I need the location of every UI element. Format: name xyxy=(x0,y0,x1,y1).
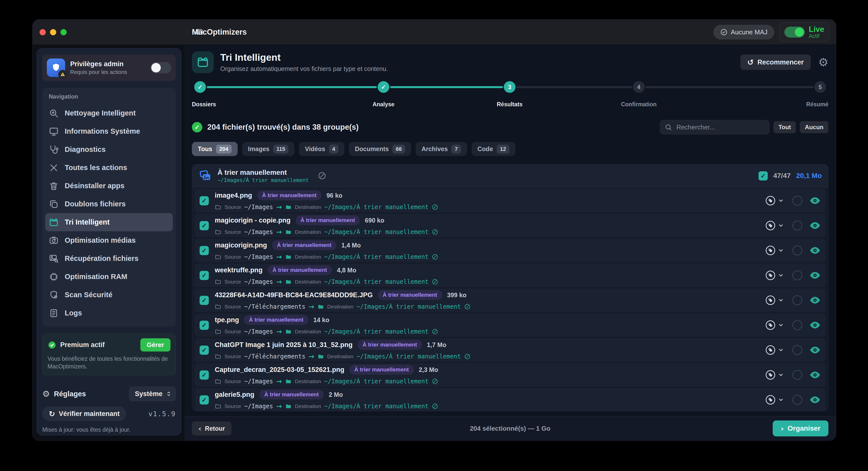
filter-count-badge: 66 xyxy=(393,145,405,154)
preview-eye-icon[interactable] xyxy=(809,195,821,206)
status-placeholder-icon[interactable] xyxy=(792,295,802,305)
sidebar-item-desinstaller-apps[interactable]: Désinstaller apps xyxy=(45,177,173,195)
sidebar-item-scan-securite[interactable]: Scan Sécurité xyxy=(45,286,173,304)
tag-dropdown-button[interactable] xyxy=(764,270,785,281)
exclude-file-icon[interactable] xyxy=(432,278,438,285)
tag-dropdown-button[interactable] xyxy=(764,195,785,206)
restart-button[interactable]: ↺ Recommencer xyxy=(740,55,811,70)
step-connector xyxy=(516,86,632,88)
select-all-button[interactable]: Tout xyxy=(773,121,796,133)
exclude-file-icon[interactable] xyxy=(432,204,438,210)
status-placeholder-icon[interactable] xyxy=(792,345,802,355)
file-actions xyxy=(764,394,821,406)
filter-chip-code[interactable]: Code12 xyxy=(472,142,516,156)
tag-dropdown-button[interactable] xyxy=(764,320,785,331)
file-category-badge: À trier manuellement xyxy=(244,315,308,325)
preview-eye-icon[interactable] xyxy=(809,245,821,256)
preview-eye-icon[interactable] xyxy=(809,394,821,406)
file-checkbox[interactable]: ✓ xyxy=(199,271,209,280)
tag-dropdown-button[interactable] xyxy=(764,220,785,231)
back-button[interactable]: ‹ Retour xyxy=(192,421,231,435)
admin-privileges-toggle[interactable] xyxy=(150,62,171,73)
sidebar-item-nettoyage-intelligent[interactable]: Nettoyage Intelligent xyxy=(45,104,173,122)
status-placeholder-icon[interactable] xyxy=(792,220,802,231)
system-select[interactable]: Système xyxy=(129,387,176,401)
step-1-circle: ✓ xyxy=(194,81,206,93)
tag-dropdown-button[interactable] xyxy=(764,394,785,405)
sidebar-item-recuperation-fichiers[interactable]: Récupération fichiers xyxy=(45,249,173,268)
exclude-file-icon[interactable] xyxy=(432,378,438,385)
status-placeholder-icon[interactable] xyxy=(792,395,802,405)
sidebar-item-toutes-les-actions[interactable]: Toutes les actions xyxy=(45,158,173,177)
file-category-badge: À trier manuellement xyxy=(358,340,422,350)
exclude-file-icon[interactable] xyxy=(464,353,471,360)
file-checkbox[interactable]: ✓ xyxy=(199,196,209,205)
tag-dropdown-button[interactable] xyxy=(764,370,785,380)
select-none-button[interactable]: Aucun xyxy=(800,121,829,133)
file-checkbox[interactable]: ✓ xyxy=(199,296,209,305)
admin-shield-icon xyxy=(47,59,65,77)
exclude-file-icon[interactable] xyxy=(432,403,438,410)
file-checkbox[interactable]: ✓ xyxy=(199,371,209,380)
tools-icon xyxy=(49,163,59,173)
preview-eye-icon[interactable] xyxy=(809,220,821,231)
filter-chip-images[interactable]: Images115 xyxy=(242,142,294,156)
folder-filled-icon xyxy=(285,229,292,235)
status-placeholder-icon[interactable] xyxy=(792,320,802,330)
chevron-down-icon xyxy=(778,198,784,204)
preview-eye-icon[interactable] xyxy=(809,294,821,306)
close-button[interactable] xyxy=(39,29,46,35)
filter-label: Tous xyxy=(198,145,212,153)
status-placeholder-icon[interactable] xyxy=(792,245,802,256)
preview-eye-icon[interactable] xyxy=(809,369,821,381)
file-actions xyxy=(764,220,821,231)
preview-eye-icon[interactable] xyxy=(809,270,821,281)
sidebar-item-optimisation-ram[interactable]: Optimisation RAM xyxy=(45,268,173,286)
tag-dropdown-button[interactable] xyxy=(764,295,785,306)
preview-eye-icon[interactable] xyxy=(809,344,821,356)
sidebar-item-tri-intelligent[interactable]: Tri Intelligent xyxy=(45,213,173,231)
sidebar-item-logs[interactable]: Logs xyxy=(45,304,173,322)
no-update-button[interactable]: Aucune MAJ xyxy=(713,25,774,39)
tag-dropdown-button[interactable] xyxy=(764,245,785,256)
file-checkbox[interactable]: ✓ xyxy=(199,246,209,255)
step-4-label: Confirmation xyxy=(621,101,656,108)
preview-eye-icon[interactable] xyxy=(809,319,821,331)
filter-chip-archives[interactable]: Archives7 xyxy=(415,142,467,156)
status-placeholder-icon[interactable] xyxy=(792,196,802,206)
settings-gear-icon[interactable]: ⚙ xyxy=(818,57,829,68)
source-path: ~/Téléchargements xyxy=(244,303,306,310)
tag-icon xyxy=(765,220,776,231)
filter-chip-documents[interactable]: Documents66 xyxy=(349,142,411,156)
check-updates-button[interactable]: ↻ Vérifier maintenant xyxy=(42,407,126,421)
sidebar-item-informations-systeme[interactable]: Informations Système xyxy=(45,122,173,140)
exclude-file-icon[interactable] xyxy=(432,328,438,335)
premium-card: Premium actif Gérer Vous bénéficiez de t… xyxy=(42,333,176,375)
minimize-button[interactable] xyxy=(50,29,56,35)
search-input[interactable] xyxy=(676,123,765,131)
exclude-file-icon[interactable] xyxy=(432,254,438,260)
status-placeholder-icon[interactable] xyxy=(792,370,802,380)
file-checkbox[interactable]: ✓ xyxy=(199,221,209,230)
tag-dropdown-button[interactable] xyxy=(764,345,785,355)
exclude-group-icon[interactable] xyxy=(318,172,326,180)
sidebar-item-diagnostics[interactable]: Diagnostics xyxy=(45,140,173,158)
file-row: ✓43228F64-A14D-49FB-BC84-EAC9E84DDD9E.JP… xyxy=(195,289,826,312)
filter-chip-vidéos[interactable]: Vidéos4 xyxy=(299,142,344,156)
sidebar-item-optimisation-medias[interactable]: Optimisation médias xyxy=(45,231,173,249)
group-checkbox[interactable]: ✓ xyxy=(758,171,768,180)
status-placeholder-icon[interactable] xyxy=(792,270,802,280)
manage-premium-button[interactable]: Gérer xyxy=(141,338,170,352)
source-path: ~/Images xyxy=(244,254,273,260)
exclude-file-icon[interactable] xyxy=(464,303,471,310)
live-toggle[interactable] xyxy=(784,27,805,37)
exclude-file-icon[interactable] xyxy=(432,229,438,235)
zoom-button[interactable] xyxy=(60,29,67,35)
file-checkbox[interactable]: ✓ xyxy=(199,395,209,405)
file-checkbox[interactable]: ✓ xyxy=(199,321,209,330)
organize-button[interactable]: › Organiser xyxy=(773,420,829,436)
admin-card-title: Privilèges admin xyxy=(70,60,127,68)
filter-chip-tous[interactable]: Tous204 xyxy=(192,142,238,156)
sidebar-item-doublons-fichiers[interactable]: Doublons fichiers xyxy=(45,195,173,213)
file-checkbox[interactable]: ✓ xyxy=(199,346,209,355)
